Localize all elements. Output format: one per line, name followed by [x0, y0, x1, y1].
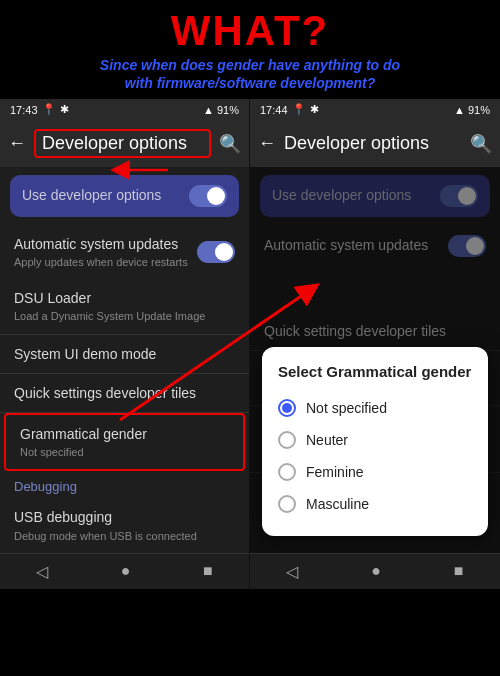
grammatical-gender-subtitle-left: Not specified	[20, 445, 229, 459]
status-bar-right: 17:44 📍 ✱ ▲ 91%	[250, 99, 500, 121]
page-title-right: Developer options	[284, 133, 462, 154]
top-bar-left: ← Developer options 🔍	[0, 121, 249, 167]
star-icon-left: ✱	[60, 103, 69, 116]
banner: WHAT? Since when does gender have anythi…	[0, 0, 500, 99]
phone-left: 17:43 📍 ✱ ▲ 91% ← Developer options 🔍 Us…	[0, 99, 250, 589]
page-title-left: Developer options	[34, 129, 211, 158]
nav-bar-left: ◁ ● ■	[0, 553, 249, 589]
nav-recents-left[interactable]: ■	[203, 562, 213, 580]
radio-circle-neuter	[278, 431, 296, 449]
system-ui-item-left[interactable]: System UI demo mode	[0, 335, 249, 374]
dsu-loader-subtitle-left: Load a Dynamic System Update Image	[14, 309, 235, 323]
radio-label-feminine: Feminine	[306, 464, 364, 480]
pin-icon-left: 📍	[42, 103, 56, 116]
quick-settings-item-left[interactable]: Quick settings developer tiles	[0, 374, 249, 413]
dev-toggle-item-left: Use developer options	[10, 175, 239, 217]
dsu-loader-title-left: DSU Loader	[14, 289, 235, 307]
banner-title: WHAT?	[10, 8, 490, 54]
toggle-knob-left	[207, 187, 225, 205]
nav-home-right[interactable]: ●	[371, 562, 381, 580]
status-right-left: ▲ 91%	[203, 104, 239, 116]
wifi-icon-right: ▲	[454, 104, 465, 116]
radio-label-not-specified: Not specified	[306, 400, 387, 416]
status-left: 17:43 📍 ✱	[10, 103, 69, 116]
dev-toggle-switch-left[interactable]	[189, 185, 227, 207]
wifi-icon-left: ▲	[203, 104, 214, 116]
radio-label-masculine: Masculine	[306, 496, 369, 512]
star-icon-right: ✱	[310, 103, 319, 116]
auto-updates-toggle-left[interactable]	[197, 241, 235, 263]
auto-updates-title-left: Automatic system updates	[14, 235, 191, 253]
status-right-right: ▲ 91%	[454, 104, 490, 116]
auto-updates-subtitle-left: Apply updates when device restarts	[14, 255, 191, 269]
search-icon-right[interactable]: 🔍	[470, 133, 492, 155]
back-button-left[interactable]: ←	[8, 133, 26, 154]
nav-home-left[interactable]: ●	[121, 562, 131, 580]
radio-not-specified[interactable]: Not specified	[278, 392, 472, 424]
top-bar-right: ← Developer options 🔍	[250, 121, 500, 167]
nav-bar-right: ◁ ● ■	[250, 553, 500, 589]
auto-updates-item-left: Automatic system updates Apply updates w…	[0, 225, 249, 279]
phone-right: 17:44 📍 ✱ ▲ 91% ← Developer options 🔍 Us…	[250, 99, 500, 589]
radio-inner-not-specified	[282, 403, 292, 413]
radio-neuter[interactable]: Neuter	[278, 424, 472, 456]
radio-label-neuter: Neuter	[306, 432, 348, 448]
debugging-section-left: Debugging	[0, 471, 249, 498]
status-left-right: 17:44 📍 ✱	[260, 103, 319, 116]
dsu-loader-item-left[interactable]: DSU Loader Load a Dynamic System Update …	[0, 279, 249, 334]
usb-debugging-item-left[interactable]: USB debugging Debug mode when USB is con…	[0, 498, 249, 552]
radio-circle-not-specified	[278, 399, 296, 417]
time-right: 17:44	[260, 104, 288, 116]
pin-icon-right: 📍	[292, 103, 306, 116]
nav-back-left[interactable]: ◁	[36, 562, 48, 581]
battery-left: 91%	[217, 104, 239, 116]
banner-subtitle: Since when does gender have anything to …	[10, 56, 490, 92]
battery-right: 91%	[468, 104, 490, 116]
grammatical-gender-item-left[interactable]: Grammatical gender Not specified	[4, 413, 245, 471]
dialog-gender: Select Grammatical gender Not specified …	[262, 347, 488, 536]
radio-circle-feminine	[278, 463, 296, 481]
auto-updates-knob-left	[215, 243, 233, 261]
phones-row: 17:43 📍 ✱ ▲ 91% ← Developer options 🔍 Us…	[0, 99, 500, 589]
search-icon-left[interactable]: 🔍	[219, 133, 241, 155]
dev-toggle-label-left: Use developer options	[22, 186, 181, 204]
grammatical-gender-title-left: Grammatical gender	[20, 425, 229, 443]
content-left: Use developer options Automatic system u…	[0, 167, 249, 553]
usb-debugging-subtitle-left: Debug mode when USB is connected	[14, 529, 235, 543]
radio-masculine[interactable]: Masculine	[278, 488, 472, 520]
content-right: Use developer options Automatic system u…	[250, 167, 500, 553]
status-bar-left: 17:43 📍 ✱ ▲ 91%	[0, 99, 249, 121]
dialog-title: Select Grammatical gender	[278, 363, 472, 380]
radio-circle-masculine	[278, 495, 296, 513]
nav-recents-right[interactable]: ■	[454, 562, 464, 580]
quick-settings-title-left: Quick settings developer tiles	[14, 384, 235, 402]
back-button-right[interactable]: ←	[258, 133, 276, 154]
radio-feminine[interactable]: Feminine	[278, 456, 472, 488]
nav-back-right[interactable]: ◁	[286, 562, 298, 581]
time-left: 17:43	[10, 104, 38, 116]
system-ui-title-left: System UI demo mode	[14, 345, 235, 363]
usb-debugging-title-left: USB debugging	[14, 508, 235, 526]
